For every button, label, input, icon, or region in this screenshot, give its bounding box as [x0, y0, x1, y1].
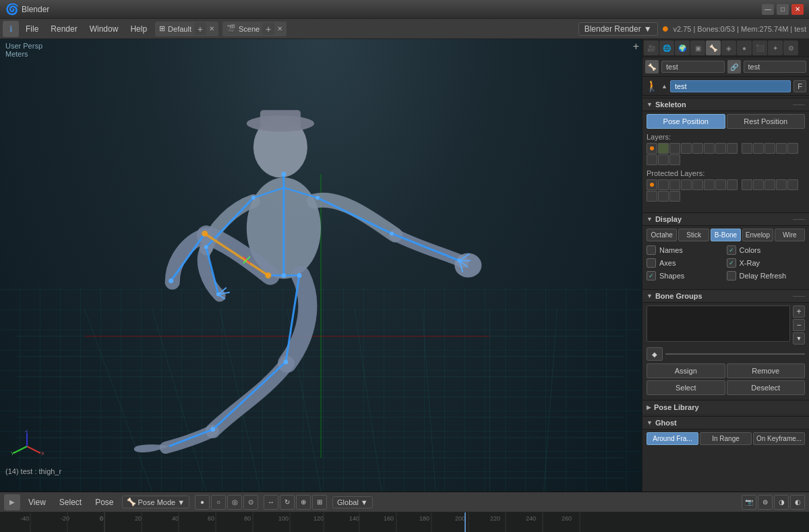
link-icon[interactable]: 🔗 [727, 60, 741, 73]
layer-btn-14[interactable] [647, 154, 657, 165]
layer-btn-7[interactable] [715, 143, 726, 154]
maximize-button[interactable]: □ [777, 4, 789, 15]
object-name-box[interactable]: test [661, 61, 725, 73]
armature-name[interactable]: test [670, 80, 791, 92]
info-icon[interactable]: ℹ [3, 21, 19, 37]
layer-btn-15[interactable] [658, 154, 669, 165]
envelop-btn[interactable]: Envelop [742, 229, 773, 241]
prop-tab-scene[interactable]: 🌐 [659, 40, 674, 55]
global-selector[interactable]: Global ▼ [332, 496, 373, 508]
layer-btn-9[interactable] [742, 143, 752, 154]
prop-tab-object[interactable]: ▣ [690, 40, 705, 55]
shading2-btn[interactable]: ◑ [774, 495, 789, 510]
scene-close[interactable]: ✕ [277, 25, 282, 32]
render-engine-selector[interactable]: Blender Render ▼ [578, 22, 658, 36]
prot-layer-btn-6[interactable] [704, 179, 715, 190]
f-button[interactable]: F [793, 80, 806, 92]
prop-tab-data[interactable]: ◈ [721, 40, 736, 55]
prop-tab-particles[interactable]: ✦ [768, 40, 783, 55]
transform2-btn[interactable]: ⊞ [312, 495, 327, 510]
layer-btn-8[interactable] [727, 143, 738, 154]
add-bone-group-btn[interactable]: + [793, 305, 805, 318]
layer-btn-16[interactable] [669, 154, 680, 165]
prot-layer-btn-3[interactable] [669, 179, 680, 190]
layer-btn-3[interactable] [669, 143, 680, 154]
remove-btn[interactable]: Remove [727, 363, 806, 378]
wire-btn[interactable]: Wire [775, 229, 805, 241]
snap-btn[interactable]: ⊙ [243, 495, 258, 510]
remove-bone-group-btn[interactable]: − [793, 319, 805, 331]
display-header[interactable]: ▼ Display —— [642, 212, 809, 226]
prot-layer-btn-15[interactable] [658, 191, 669, 202]
in-range-btn[interactable]: In Range [700, 432, 752, 445]
mode-selector[interactable]: 🦴 Pose Mode ▼ [122, 496, 190, 508]
pose-menu-tl[interactable]: Pose [90, 496, 119, 509]
camera-view-btn[interactable]: 📷 [742, 495, 756, 510]
close-button[interactable]: ✕ [791, 4, 804, 15]
scale-btn[interactable]: ⊕ [296, 495, 311, 510]
pose-library-section[interactable]: ▶ Pose Library [642, 400, 809, 414]
deselect-btn[interactable]: Deselect [727, 380, 806, 395]
prot-layer-btn-13[interactable] [787, 179, 798, 190]
link-name-box[interactable]: test [744, 61, 807, 73]
object-icon[interactable]: 🦴 [645, 60, 659, 73]
assign-btn[interactable]: Assign [647, 363, 725, 378]
prot-layer-btn-10[interactable] [753, 179, 764, 190]
layer-btn-6[interactable] [704, 143, 715, 154]
select-menu-tl[interactable]: Select [54, 496, 87, 509]
ghost-header[interactable]: ▼ Ghost [642, 416, 809, 430]
bbone-btn[interactable]: B-Bone [711, 229, 741, 241]
minimize-button[interactable]: — [762, 4, 774, 15]
prop-tab-render[interactable]: 🎥 [644, 40, 659, 55]
translate-btn[interactable]: ↔ [264, 495, 278, 510]
names-checkbox[interactable] [647, 245, 656, 255]
prop-tab-physics[interactable]: ⚙ [783, 40, 798, 55]
prot-layer-btn-5[interactable] [692, 179, 703, 190]
layer-btn-13[interactable] [787, 143, 798, 154]
on-keyframe-btn[interactable]: On Keyframe... [753, 432, 805, 445]
view-menu-tl[interactable]: View [23, 496, 51, 509]
stick-btn[interactable]: Stick [678, 229, 709, 241]
workspace-close[interactable]: ✕ [209, 25, 214, 32]
delay-refresh-checkbox[interactable] [727, 271, 736, 280]
workspace-tab[interactable]: ⊞ Default + ✕ [155, 22, 218, 36]
render-preview-btn[interactable]: ◐ [790, 495, 805, 510]
prot-layer-btn-14[interactable] [647, 191, 657, 202]
prot-layer-btn-7[interactable] [715, 179, 726, 190]
window-menu[interactable]: Window [84, 22, 124, 36]
viewport-type-icon[interactable]: ▶ [4, 494, 20, 510]
viewport-corner-button[interactable]: + [633, 40, 639, 53]
prop-tab-texture[interactable]: ⬛ [752, 40, 767, 55]
render-menu[interactable]: Render [45, 22, 82, 36]
skeleton-header[interactable]: ▼ Skeleton —— [642, 98, 809, 111]
prot-layer-btn-16[interactable] [669, 191, 680, 202]
timeline[interactable]: -40 -20 0 20 40 60 80 100 120 140 160 18… [0, 512, 809, 532]
layer-btn-10[interactable] [753, 143, 764, 154]
scene-add[interactable]: + [262, 23, 274, 35]
prop-edit-btn[interactable]: ◎ [227, 495, 242, 510]
shading-btn[interactable]: ○ [211, 495, 226, 510]
prot-layer-btn-2[interactable] [658, 179, 669, 190]
layer-btn-1[interactable] [647, 143, 657, 154]
file-menu[interactable]: File [20, 22, 44, 36]
prot-layer-btn-1[interactable] [647, 179, 657, 190]
workspace-add[interactable]: + [194, 23, 206, 35]
layer-btn-12[interactable] [776, 143, 787, 154]
layer-btn-4[interactable] [681, 143, 692, 154]
overlay-btn[interactable]: ⊚ [758, 495, 773, 510]
xray-checkbox[interactable]: ✓ [727, 258, 736, 268]
select-btn[interactable]: Select [647, 380, 725, 395]
prop-tab-material[interactable]: ● [737, 40, 752, 55]
around-frame-btn[interactable]: Around Fra... [647, 432, 698, 445]
prot-layer-btn-12[interactable] [776, 179, 787, 190]
shapes-checkbox[interactable]: ✓ [647, 271, 656, 280]
rest-position-btn[interactable]: Rest Position [727, 114, 806, 129]
prot-layer-btn-8[interactable] [727, 179, 738, 190]
layer-btn-5[interactable] [692, 143, 703, 154]
octahe-btn[interactable]: Octahe [647, 229, 677, 241]
prot-layer-btn-4[interactable] [681, 179, 692, 190]
prop-tab-world[interactable]: 🌍 [675, 40, 690, 55]
pivot-btn[interactable]: ● [195, 495, 210, 510]
axes-checkbox[interactable] [647, 258, 656, 268]
prop-tab-constraints[interactable]: 🦴 [706, 40, 721, 55]
